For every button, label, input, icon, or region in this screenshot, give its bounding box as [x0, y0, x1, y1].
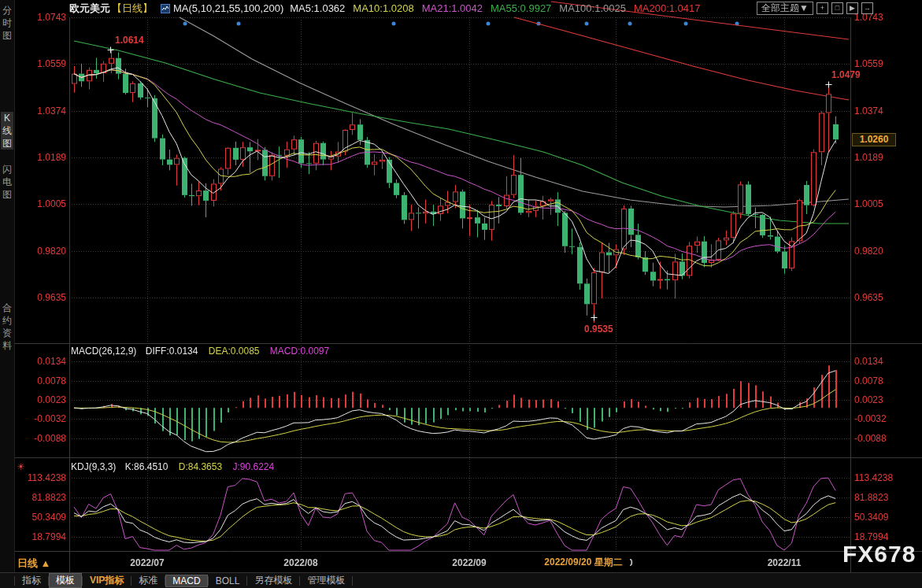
x-axis-date-4: 2022/11 — [749, 557, 820, 568]
tab-BOLL[interactable]: BOLL — [209, 575, 247, 587]
trading-app: 欧元美元 【日线】 MA(5,10,21,55,100,200) MA5:1.0… — [0, 0, 922, 588]
export-icon[interactable]: → — [861, 2, 873, 14]
macd-ytick-right-3: -0.0032 — [854, 413, 917, 424]
macd-diff-value: DIFF:0.0134 — [146, 346, 198, 357]
x-axis-date-0: 2022/07 — [112, 557, 183, 568]
main-ytick-right-2: 1.0374 — [854, 105, 917, 116]
ma-value-0: MA5:1.0362 — [290, 2, 345, 14]
sidebar-item-1[interactable]: K 线 图 — [1, 112, 13, 150]
macd-dea-value: DEA:0.0085 — [209, 346, 260, 357]
tab-MACD[interactable]: MACD — [165, 575, 207, 587]
title-bar: 欧元美元 【日线】 MA(5,10,21,55,100,200) MA5:1.0… — [14, 0, 922, 17]
macd-ytick-left-1: 0.0078 — [16, 375, 66, 386]
kdj-legend: KDJ(9,3,3) K:86.4510 D:84.3653 J:90.6224 — [71, 461, 274, 472]
main-ytick-left-2: 1.0374 — [16, 105, 66, 116]
main-ytick-right-1: 1.0559 — [854, 58, 917, 69]
period-tag: 【日线】 — [112, 2, 153, 16]
ma-value-1: MA10:1.0208 — [353, 2, 413, 14]
kdj-ytick-left-1: 81.8823 — [16, 492, 66, 503]
kdj-d-value: D:84.3653 — [179, 461, 222, 472]
macd-legend: MACD(26,12,9) DIFF:0.0134 DEA:0.0085 MAC… — [71, 346, 329, 357]
chart-type-sidebar: 分 时 图K 线 图闪 电 图合 约 资 料 — [0, 0, 15, 588]
main-ytick-left-4: 1.0005 — [16, 198, 66, 209]
chart-canvas[interactable] — [0, 0, 922, 588]
sidebar-item-2[interactable]: 闪 电 图 — [1, 163, 13, 201]
kdj-ytick-left-0: 113.4238 — [16, 472, 66, 483]
ma-value-2: MA21:1.0042 — [422, 2, 483, 14]
ma-value-3: MA55:0.9927 — [491, 2, 551, 14]
tab-另存模板[interactable]: 另存模板 — [247, 573, 299, 588]
theme-dropdown-button[interactable]: 全部主题▼ — [757, 2, 813, 15]
tab-指标[interactable]: 指标 — [15, 573, 48, 588]
macd-ytick-right-0: 0.0134 — [854, 356, 917, 367]
symbol-name: 欧元美元 — [69, 2, 110, 16]
macd-ytick-right-2: 0.0023 — [854, 394, 917, 405]
indicator-tab-bar: 指标模板VIP指标标准MACDBOLL另存模板管理模板 — [0, 572, 922, 588]
tab-separator — [352, 576, 353, 586]
price-annotation-1: 1.0479 — [831, 69, 861, 80]
tab-VIP指标[interactable]: VIP指标 — [83, 573, 131, 588]
macd-legend-name: MACD(26,12,9) — [71, 346, 136, 357]
macd-ytick-left-0: 0.0134 — [16, 356, 66, 367]
kdj-ytick-left-2: 50.3409 — [16, 512, 66, 523]
x-axis-row: 日线 ▲ 2022/09/20 星期二 2022/072022/082022/0… — [0, 552, 922, 572]
main-ytick-right-6: 0.9635 — [854, 292, 917, 303]
crosshair-icon[interactable]: + — [816, 2, 828, 14]
macd-ytick-right-4: -0.0088 — [854, 433, 917, 444]
kdj-ytick-right-1: 81.8823 — [854, 492, 917, 503]
macd-ytick-left-4: -0.0088 — [16, 433, 66, 444]
period-selector[interactable]: 日线 ▲ — [17, 557, 50, 571]
kdj-ytick-right-2: 50.3409 — [854, 512, 917, 523]
main-ytick-right-5: 0.9820 — [854, 246, 917, 257]
sidebar-item-3[interactable]: 合 约 资 料 — [1, 301, 13, 352]
crosshair-date-badge: 2022/09/20 星期二 — [537, 556, 630, 569]
price-annotation-2: 0.9535 — [584, 324, 613, 335]
main-ytick-right-4: 1.0005 — [854, 198, 917, 209]
current-price-badge: 1.0260 — [852, 133, 896, 146]
ma-group-label: MA(5,10,21,55,100,200) — [173, 2, 283, 14]
main-ytick-left-5: 0.9820 — [16, 246, 66, 257]
kdj-j-value: J:90.6224 — [233, 461, 275, 472]
tab-管理模板[interactable]: 管理模板 — [300, 573, 352, 588]
ma-values: MA5:1.0362MA10:1.0208MA21:1.0042MA55:0.9… — [290, 2, 708, 14]
macd-macd-value: MACD:0.0097 — [270, 346, 329, 357]
kdj-marker-icon[interactable]: ☀ — [17, 461, 25, 472]
kdj-legend-name: KDJ(9,3,3) — [71, 461, 116, 472]
tab-标准[interactable]: 标准 — [131, 573, 165, 588]
ma-value-5: MA200:1.0417 — [634, 2, 701, 14]
main-ytick-left-3: 1.0189 — [16, 152, 66, 163]
watermark: FX678 — [842, 541, 916, 568]
titlebar-tools: 全部主题▼ +□▶→ — [757, 2, 873, 15]
kdj-k-value: K:86.4510 — [125, 461, 168, 472]
macd-ytick-left-2: 0.0023 — [16, 394, 66, 405]
x-axis-date-1: 2022/08 — [265, 557, 336, 568]
tool-icons: +□▶→ — [813, 2, 873, 14]
x-axis-date-2: 2022/09 — [434, 557, 505, 568]
kdj-ytick-right-0: 113.4238 — [854, 472, 917, 483]
frame-icon[interactable]: □ — [831, 2, 843, 14]
kdj-ytick-left-3: 18.7994 — [16, 531, 66, 542]
macd-ytick-right-1: 0.0078 — [854, 375, 917, 386]
price-annotation-0: 1.0614 — [115, 35, 144, 46]
tab-模板[interactable]: 模板 — [49, 573, 82, 588]
main-ytick-left-1: 1.0559 — [16, 58, 66, 69]
sidebar-item-0[interactable]: 分 时 图 — [1, 4, 13, 42]
macd-ytick-left-3: -0.0032 — [16, 413, 66, 424]
play-icon[interactable]: ▶ — [846, 2, 858, 14]
main-ytick-right-3: 1.0189 — [854, 152, 917, 163]
kline-icon — [161, 4, 170, 13]
main-ytick-left-6: 0.9635 — [16, 292, 66, 303]
ma-value-4: MA100:1.0025 — [559, 2, 626, 14]
